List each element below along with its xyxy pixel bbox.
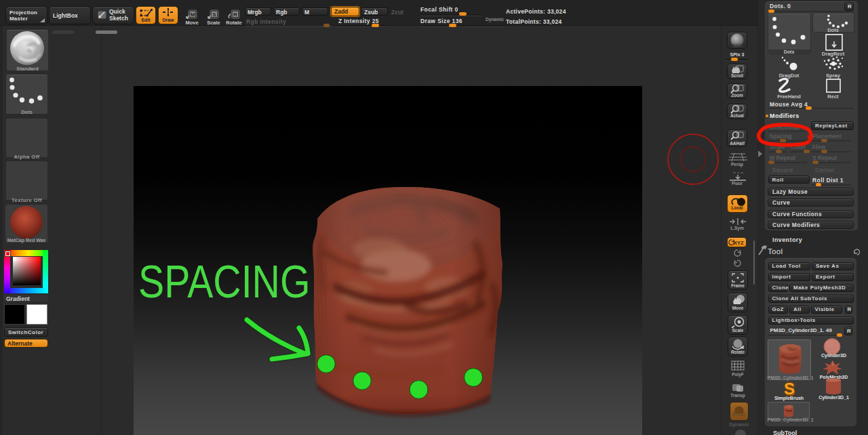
svg-text:M: M [191,12,195,18]
svg-text:S: S [212,12,216,18]
svg-text:R: R [233,12,237,18]
